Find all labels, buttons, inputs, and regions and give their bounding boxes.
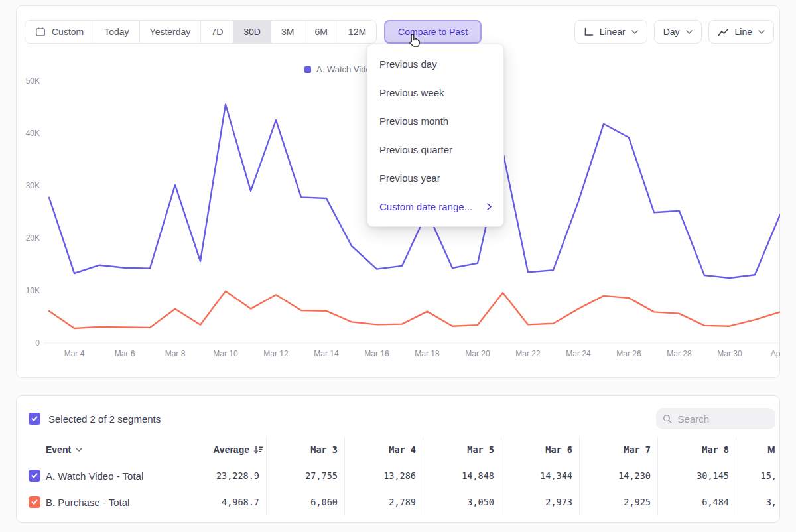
menu-item-previous-year[interactable]: Previous year	[367, 164, 503, 192]
table-row-purchase: B. Purchase - Total	[29, 489, 186, 515]
svg-text:10K: 10K	[26, 286, 40, 295]
row-b-value: 2,925	[579, 489, 657, 515]
row-b-clipped-value: 3,	[766, 489, 777, 515]
row-a-value: 27,755	[266, 462, 344, 489]
svg-text:Mar 14: Mar 14	[314, 349, 339, 358]
chevron-down-icon	[76, 448, 82, 452]
check-icon	[31, 415, 38, 423]
check-icon	[31, 498, 38, 506]
row-b-value: 6,484	[657, 489, 736, 515]
svg-text:Mar 18: Mar 18	[415, 349, 440, 358]
chart-type-label: Line	[735, 27, 752, 37]
svg-text:Mar 20: Mar 20	[465, 349, 490, 358]
svg-text:40K: 40K	[26, 129, 40, 138]
row-a-average: 23,228.9	[186, 462, 266, 489]
segments-header-row: Selected 2 of 2 segments	[29, 407, 775, 430]
menu-item-previous-day[interactable]: Previous day	[367, 50, 503, 78]
row-b-average: 4,968.7	[186, 489, 266, 515]
date-column-header[interactable]: Mar 5	[423, 437, 501, 462]
table-row-watch-video: A. Watch Video - Total	[29, 462, 186, 489]
granularity-label: Day	[663, 27, 680, 37]
compare-to-past-button[interactable]: Compare to Past	[384, 20, 482, 44]
chevron-right-icon	[487, 203, 492, 210]
svg-text:Mar 4: Mar 4	[64, 349, 85, 358]
row-b-label: B. Purchase - Total	[46, 497, 129, 508]
chevron-down-icon	[758, 30, 765, 34]
search-box	[656, 408, 775, 429]
row-a-value: 14,230	[579, 462, 657, 489]
scale-dropdown-button[interactable]: Linear	[574, 20, 647, 44]
row-b-checkbox[interactable]	[29, 496, 40, 508]
preset-3m-button[interactable]: 3M	[271, 21, 304, 43]
date-column-header[interactable]: Mar 3	[266, 437, 344, 462]
preset-6m-button[interactable]: 6M	[304, 21, 337, 43]
menu-item-previous-week[interactable]: Previous week	[367, 78, 503, 107]
segments-table: Event Average Mar 3 Mar 4 Mar 5 Mar 6 Ma…	[29, 437, 736, 515]
clipped-date-column-header: M	[767, 437, 775, 462]
select-all-checkbox[interactable]	[29, 413, 40, 425]
row-a-value: 30,145	[657, 462, 736, 489]
segments-card: Selected 2 of 2 segments Event Average M…	[16, 395, 780, 523]
axes-icon	[584, 27, 594, 36]
search-input[interactable]	[678, 413, 769, 425]
preset-7d-button[interactable]: 7D	[200, 21, 233, 43]
svg-text:Mar 28: Mar 28	[667, 349, 692, 358]
row-a-label: A. Watch Video - Total	[46, 470, 143, 482]
series-a-swatch	[304, 66, 311, 73]
row-a-clipped-value: 15,	[761, 462, 777, 489]
sort-descending-icon	[253, 445, 263, 454]
row-b-value: 2,789	[344, 489, 423, 515]
svg-text:Mar 30: Mar 30	[717, 349, 742, 358]
row-a-value: 13,286	[344, 462, 423, 489]
menu-item-previous-quarter[interactable]: Previous quarter	[367, 135, 503, 164]
granularity-dropdown-button[interactable]: Day	[654, 20, 702, 44]
custom-range-label: Custom	[52, 27, 84, 37]
preset-30d-button[interactable]: 30D	[233, 21, 271, 43]
svg-text:Apr 1: Apr 1	[771, 349, 780, 358]
chevron-down-icon	[686, 30, 693, 34]
chevron-down-icon	[631, 30, 638, 34]
row-a-value: 14,344	[501, 462, 579, 489]
date-range-control: Custom Today Yesterday 7D 30D 3M 6M 12M	[25, 20, 377, 44]
preset-today-button[interactable]: Today	[94, 21, 139, 43]
date-column-header[interactable]: Mar 7	[579, 437, 657, 462]
svg-text:Mar 26: Mar 26	[616, 349, 641, 358]
custom-date-range-label: Custom date range...	[379, 201, 472, 212]
compare-to-past-menu: Previous day Previous week Previous mont…	[367, 44, 504, 227]
check-icon	[31, 472, 38, 480]
row-a-value: 14,848	[423, 462, 501, 489]
chart-type-dropdown-button[interactable]: Line	[708, 20, 774, 44]
event-column-header[interactable]: Event	[29, 437, 186, 462]
svg-text:Mar 6: Mar 6	[115, 349, 135, 358]
search-icon	[663, 413, 673, 425]
preset-yesterday-button[interactable]: Yesterday	[139, 21, 201, 43]
date-column-header[interactable]: Mar 4	[344, 437, 423, 462]
svg-text:Mar 12: Mar 12	[263, 349, 289, 358]
date-column-header[interactable]: Mar 8	[657, 437, 736, 462]
svg-text:Mar 10: Mar 10	[213, 349, 238, 358]
row-b-value: 6,060	[266, 489, 344, 515]
column-separator	[736, 437, 736, 515]
svg-text:Mar 22: Mar 22	[515, 349, 541, 358]
cursor-pointer-icon	[407, 33, 422, 50]
svg-text:30K: 30K	[26, 181, 40, 190]
svg-text:Mar 16: Mar 16	[364, 349, 389, 358]
preset-12m-button[interactable]: 12M	[338, 21, 376, 43]
svg-text:20K: 20K	[26, 233, 40, 243]
line-chart-icon	[718, 28, 729, 36]
date-column-header[interactable]: Mar 6	[501, 437, 579, 462]
menu-item-custom-date-range[interactable]: Custom date range...	[367, 192, 503, 221]
average-column-header[interactable]: Average	[186, 437, 266, 462]
toolbar: Custom Today Yesterday 7D 30D 3M 6M 12M …	[25, 20, 774, 44]
svg-text:50K: 50K	[26, 76, 40, 86]
svg-text:0: 0	[35, 338, 40, 348]
scale-label: Linear	[600, 27, 626, 37]
svg-text:Mar 8: Mar 8	[165, 349, 186, 358]
row-b-value: 2,973	[501, 489, 579, 515]
custom-range-button[interactable]: Custom	[25, 21, 94, 43]
selected-segments-label: Selected 2 of 2 segments	[48, 413, 161, 425]
svg-text:Mar 24: Mar 24	[566, 349, 591, 358]
menu-item-previous-month[interactable]: Previous month	[367, 107, 503, 135]
row-b-value: 3,050	[423, 489, 501, 515]
row-a-checkbox[interactable]	[29, 470, 40, 482]
